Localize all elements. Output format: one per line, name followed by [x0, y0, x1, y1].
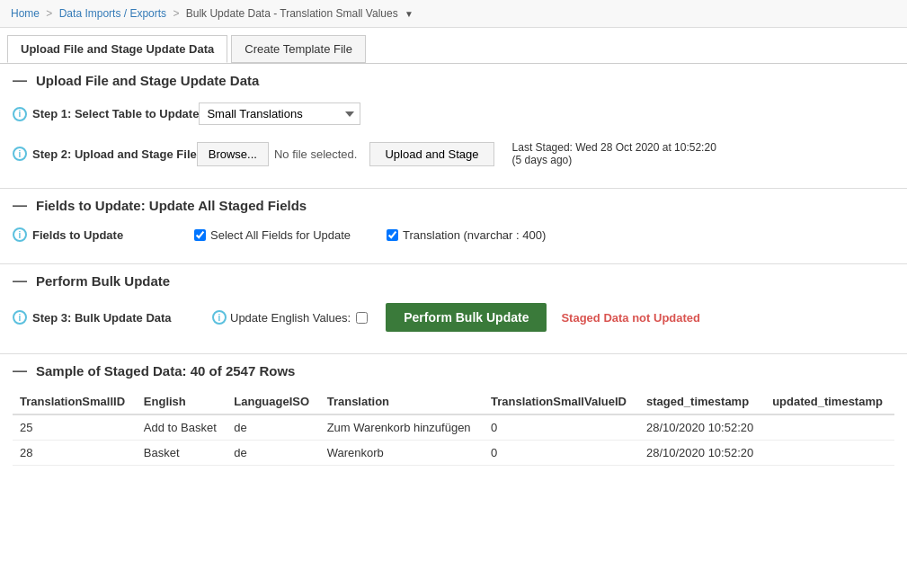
data-section: — Sample of Staged Data: 40 of 2547 Rows… [0, 354, 907, 475]
data-section-header: — Sample of Staged Data: 40 of 2547 Rows [13, 363, 894, 379]
tab-create-template[interactable]: Create Template File [231, 35, 366, 63]
col-header-value-id: TranslationSmallValueID [484, 389, 639, 414]
step1-info-icon[interactable]: i [13, 107, 27, 121]
fields-collapse-btn[interactable]: — [13, 199, 27, 213]
col-header-id: TranslationSmallID [13, 389, 137, 414]
cell-staged-1: 28/10/2020 10:52:20 [639, 441, 765, 466]
cell-updated-0 [765, 414, 894, 441]
table-select[interactable]: Small Translations Large Translations [199, 102, 360, 125]
col-header-updated: updated_timestamp [765, 389, 894, 414]
step1-row: i Step 1: Select Table to Update Small T… [13, 99, 894, 129]
update-english-label: Update English Values: [230, 311, 351, 325]
upload-collapse-btn[interactable]: — [13, 74, 27, 88]
update-english-info-icon[interactable]: i [212, 310, 227, 325]
browse-button[interactable]: Browse... [197, 142, 269, 166]
cell-languageISO-1: de [227, 441, 319, 466]
bulk-section-header: — Perform Bulk Update [13, 273, 894, 289]
table-head: TranslationSmallID English LanguageISO T… [13, 389, 894, 414]
cell-translation-1: Warenkorb [320, 441, 484, 466]
upload-stage-button[interactable]: Upload and Stage [369, 142, 494, 166]
upload-section: — Upload File and Stage Update Data i St… [0, 64, 907, 189]
breadcrumb-arrow1: > [46, 7, 55, 20]
translation-field-checkbox[interactable] [387, 229, 398, 241]
breadcrumb-arrow2: > [173, 7, 182, 20]
fields-row: i Fields to Update Select All Fields for… [13, 224, 894, 245]
last-staged-info: Last Staged: Wed 28 Oct 2020 at 10:52:20… [512, 141, 716, 166]
breadcrumb-section[interactable]: Data Imports / Exports [59, 7, 166, 20]
cell-translation-0: Zum Warenkorb hinzufügen [320, 414, 484, 441]
cell-staged-0: 28/10/2020 10:52:20 [639, 414, 765, 441]
breadcrumb-home[interactable]: Home [11, 7, 40, 20]
select-all-fields-text: Select All Fields for Update [210, 228, 351, 242]
step2-info-icon[interactable]: i [13, 147, 27, 161]
last-staged-text: Last Staged: Wed 28 Oct 2020 at 10:52:20 [512, 141, 716, 154]
update-english-checkbox[interactable] [356, 312, 368, 324]
upload-section-header: — Upload File and Stage Update Data [13, 73, 894, 88]
no-file-text: No file selected. [274, 147, 358, 161]
col-header-english: English [137, 389, 227, 414]
fields-section-header: — Fields to Update: Update All Staged Fi… [13, 198, 894, 213]
col-header-staged: staged_timestamp [639, 389, 765, 414]
bulk-section-title: Perform Bulk Update [36, 273, 170, 289]
cell-english-0: Add to Basket [137, 414, 227, 441]
fields-label: Fields to Update [32, 228, 194, 242]
step3-info-icon[interactable]: i [13, 310, 27, 325]
col-header-language: LanguageISO [227, 389, 319, 414]
perform-bulk-update-button[interactable]: Perform Bulk Update [386, 303, 547, 332]
bulk-section: — Perform Bulk Update i Step 3: Bulk Upd… [0, 264, 907, 354]
data-section-title: Sample of Staged Data: 40 of 2547 Rows [36, 363, 295, 379]
select-all-fields-checkbox[interactable] [194, 229, 206, 241]
step2-row: i Step 2: Upload and Stage File Browse..… [13, 138, 894, 170]
breadcrumb-page: Bulk Update Data - Translation Small Val… [186, 7, 398, 20]
col-header-translation: Translation [320, 389, 484, 414]
table-row: 25Add to BasketdeZum Warenkorb hinzufüge… [13, 414, 894, 441]
step1-label: Step 1: Select Table to Update [32, 107, 199, 120]
table-row: 28BasketdeWarenkorb028/10/2020 10:52:20 [13, 441, 894, 466]
table-header-row: TranslationSmallID English LanguageISO T… [13, 389, 894, 414]
select-all-fields-checkbox-label[interactable]: Select All Fields for Update [194, 228, 351, 242]
cell-valueID-0: 0 [484, 414, 639, 441]
cell-updated-1 [765, 441, 894, 466]
staged-not-updated-status: Staged Data not Updated [561, 311, 700, 325]
translation-field-checkbox-label[interactable]: Translation (nvarchar : 400) [387, 228, 546, 242]
cell-valueID-1: 0 [484, 441, 639, 466]
tab-upload[interactable]: Upload File and Stage Update Data [7, 35, 227, 63]
cell-languageISO-0: de [227, 414, 319, 441]
fields-info-icon[interactable]: i [13, 227, 27, 242]
cell-id-0: 25 [13, 414, 137, 441]
fields-section: — Fields to Update: Update All Staged Fi… [0, 189, 907, 264]
upload-section-title: Upload File and Stage Update Data [36, 73, 259, 88]
bulk-row: i Step 3: Bulk Update Data i Update Engl… [13, 299, 894, 335]
last-staged-ago: (5 days ago) [512, 154, 716, 166]
tab-bar: Upload File and Stage Update Data Create… [0, 28, 907, 64]
translation-field-text: Translation (nvarchar : 400) [403, 228, 546, 242]
cell-english-1: Basket [137, 441, 227, 466]
table-body: 25Add to BasketdeZum Warenkorb hinzufüge… [13, 414, 894, 466]
step2-label: Step 2: Upload and Stage File [32, 147, 197, 161]
breadcrumb: Home > Data Imports / Exports > Bulk Upd… [0, 0, 907, 28]
data-collapse-btn[interactable]: — [13, 364, 27, 379]
cell-id-1: 28 [13, 441, 137, 466]
breadcrumb-dropdown-icon[interactable]: ▼ [405, 9, 413, 19]
fields-section-title: Fields to Update: Update All Staged Fiel… [36, 198, 307, 213]
staged-data-table: TranslationSmallID English LanguageISO T… [13, 389, 894, 466]
bulk-collapse-btn[interactable]: — [13, 274, 27, 289]
step3-label: Step 3: Bulk Update Data [32, 311, 194, 325]
